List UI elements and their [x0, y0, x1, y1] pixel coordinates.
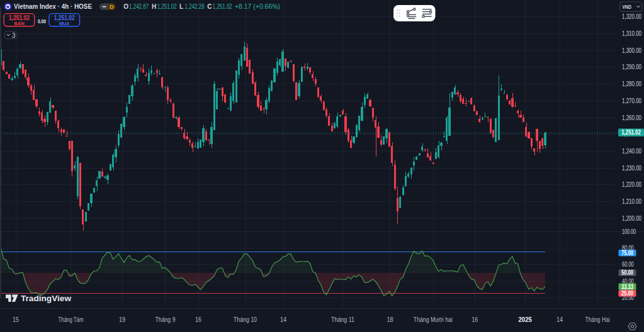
svg-text:Vietnam Index · 4h · HOSE: Vietnam Index · 4h · HOSE [14, 3, 92, 10]
svg-text:1,251.02: 1,251.02 [54, 14, 75, 21]
svg-text:1,230.00: 1,230.00 [622, 164, 641, 172]
svg-text:C: C [207, 3, 212, 10]
svg-text:1,251.02: 1,251.02 [213, 3, 232, 10]
svg-text:VND: VND [623, 3, 632, 10]
svg-text:1,280.00: 1,280.00 [622, 80, 641, 87]
svg-text:100.00: 100.00 [622, 228, 636, 235]
svg-text:Tháng 11: Tháng 11 [331, 316, 354, 323]
svg-text:D: D [110, 3, 114, 10]
svg-text:14: 14 [556, 316, 563, 323]
svg-text:18: 18 [387, 316, 393, 323]
svg-text:Tháng Hai: Tháng Hai [585, 316, 610, 323]
svg-text:1,200.00: 1,200.00 [622, 214, 641, 222]
svg-text:1,251.02: 1,251.02 [157, 3, 177, 10]
svg-text:1,300.00: 1,300.00 [622, 47, 641, 54]
svg-text:50.00: 50.00 [621, 268, 633, 276]
svg-text:MUA: MUA [59, 21, 70, 26]
svg-text:1,260.00: 1,260.00 [622, 114, 641, 121]
svg-text:1,251.02: 1,251.02 [621, 128, 641, 136]
svg-text:L: L [179, 3, 183, 10]
svg-text:1,220.00: 1,220.00 [622, 180, 641, 188]
svg-text:Tháng Tám: Tháng Tám [59, 316, 84, 323]
svg-text:O: O [123, 3, 128, 10]
svg-text:25.00: 25.00 [621, 289, 633, 297]
svg-text:Tháng 10: Tháng 10 [234, 316, 257, 323]
svg-text:2025: 2025 [518, 316, 532, 323]
svg-text:75.00: 75.00 [621, 249, 633, 257]
svg-text:16: 16 [472, 316, 478, 323]
svg-text:Tháng Mười hai: Tháng Mười hai [414, 316, 453, 323]
svg-text:TradingView: TradingView [21, 294, 71, 303]
svg-text:1,242.87: 1,242.87 [129, 3, 149, 10]
svg-text:19: 19 [119, 316, 125, 323]
svg-text:1,270.00: 1,270.00 [622, 97, 641, 104]
svg-text:1,240.00: 1,240.00 [622, 147, 641, 155]
svg-text:1,210.00: 1,210.00 [622, 197, 641, 205]
svg-text:BÁN: BÁN [14, 21, 25, 26]
svg-text:16: 16 [195, 316, 201, 323]
svg-text:3: 3 [12, 32, 16, 39]
svg-text:1,242.28: 1,242.28 [185, 3, 205, 10]
svg-text:+8.17 (+0.66%): +8.17 (+0.66%) [235, 3, 280, 10]
svg-text:1,251.02: 1,251.02 [9, 14, 30, 21]
svg-text:14: 14 [280, 316, 286, 323]
svg-text:1,290.00: 1,290.00 [622, 63, 641, 70]
svg-text:H: H [152, 3, 156, 10]
svg-text:Tháng 9: Tháng 9 [155, 316, 176, 323]
svg-text:1,310.00: 1,310.00 [622, 30, 641, 37]
svg-text:0.00: 0.00 [38, 18, 46, 25]
svg-text:1,320.00: 1,320.00 [622, 13, 641, 20]
svg-text:15: 15 [13, 316, 19, 323]
svg-text:60.00: 60.00 [622, 260, 634, 268]
